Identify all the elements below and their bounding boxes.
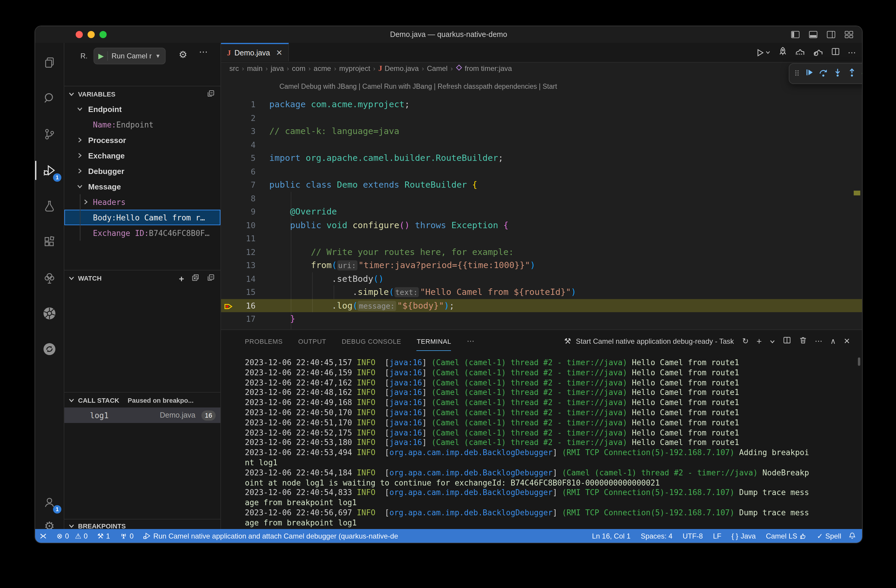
customize-layout-icon[interactable]	[844, 30, 854, 39]
continue-icon[interactable]	[805, 68, 814, 79]
line-number[interactable]: 9	[221, 205, 256, 218]
project-tree-icon[interactable]	[35, 265, 64, 292]
breadcrumb-item[interactable]: Camel	[427, 64, 447, 73]
spell-checker-status[interactable]: ✓Spell	[817, 532, 841, 540]
tree-chevron-icon[interactable]	[77, 137, 83, 143]
stack-frame-row[interactable]: log1 Demo.java 16	[64, 407, 221, 423]
breadcrumb-item[interactable]: JDemo.java	[378, 64, 419, 73]
code-line[interactable]: 4	[221, 138, 862, 151]
tree-chevron-icon[interactable]	[77, 168, 83, 174]
variables-row[interactable]: Exchange	[64, 148, 221, 163]
code-line[interactable]: 13 from(uri:"timer:java?period={{time:10…	[221, 259, 862, 272]
panel-more-icon[interactable]: ⋯	[815, 337, 823, 346]
toggle-secondary-sidebar-icon[interactable]	[826, 30, 836, 39]
breadcrumb-item[interactable]: java	[271, 64, 284, 73]
breadcrumb-item[interactable]: main	[247, 64, 262, 73]
code-line[interactable]: 15 .simple(text:"Hello Camel from ${rout…	[221, 285, 862, 299]
tree-chevron-icon[interactable]	[77, 106, 83, 112]
code-line[interactable]: 5import org.apache.camel.builder.RouteBu…	[221, 151, 862, 165]
code-line[interactable]: 8	[221, 192, 862, 205]
line-number[interactable]: 4	[221, 138, 256, 151]
step-into-icon[interactable]	[832, 68, 842, 79]
encoding[interactable]: UTF-8	[683, 532, 703, 540]
run-and-debug-icon[interactable]: 1	[35, 157, 64, 184]
code-editor[interactable]: Camel Debug with JBang | Camel Run with …	[221, 75, 862, 329]
variables-row[interactable]: Message	[64, 179, 221, 194]
ports-status[interactable]: 0	[119, 532, 133, 540]
line-number[interactable]: 2	[221, 111, 256, 125]
variables-row[interactable]: Endpoint	[64, 101, 221, 117]
run-java-button[interactable]	[756, 48, 770, 57]
restart-icon[interactable]: ↺	[861, 68, 862, 79]
line-number[interactable]: 8	[221, 192, 256, 205]
variables-row[interactable]: Exchange ID: B74C46FC8B0F…	[64, 225, 221, 241]
code-line[interactable]: 12 // Write your routes here, for exampl…	[221, 245, 862, 259]
tab-problems[interactable]: PROBLEMS	[245, 331, 283, 351]
source-control-icon[interactable]	[35, 120, 64, 148]
split-editor-icon[interactable]	[831, 47, 840, 58]
terminal-output[interactable]: 2023-12-06 22:40:45,157 INFO [java:16] (…	[245, 358, 850, 528]
line-number[interactable]: 7	[221, 178, 256, 192]
codelens-links[interactable]: Camel Debug with JBang | Camel Run with …	[279, 83, 557, 90]
search-icon[interactable]	[35, 85, 64, 112]
variables-row[interactable]: Debugger	[64, 163, 221, 179]
code-line[interactable]: 17 }	[221, 312, 862, 326]
remove-all-expressions-icon[interactable]	[191, 273, 200, 283]
cursor-position[interactable]: Ln 16, Col 1	[592, 532, 630, 540]
notifications-bell-icon[interactable]	[848, 532, 856, 540]
remote-indicator[interactable]	[39, 532, 47, 540]
line-number[interactable]: 6	[221, 165, 256, 178]
tasks-status[interactable]: ⚒1	[97, 532, 110, 540]
close-tab-icon[interactable]: ✕	[276, 48, 283, 57]
collapse-all-icon[interactable]	[207, 89, 215, 99]
code-line[interactable]: 6	[221, 165, 862, 178]
step-over-icon[interactable]	[818, 68, 828, 79]
close-panel-icon[interactable]: ✕	[844, 337, 850, 346]
eol-sequence[interactable]: LF	[713, 532, 721, 540]
kubernetes-icon[interactable]	[35, 300, 64, 327]
toggle-primary-sidebar-icon[interactable]	[791, 30, 800, 39]
variables-row[interactable]: Name:Endpoint	[64, 117, 221, 132]
line-number[interactable]: 10	[221, 218, 256, 232]
tab-output[interactable]: OUTPUT	[298, 331, 326, 351]
line-number[interactable]: 3	[221, 125, 256, 138]
add-expression-icon[interactable]: +	[179, 273, 184, 283]
breadcrumb-item[interactable]: from timer:java	[456, 64, 512, 73]
toolbar-drag-handle[interactable]: ⠿	[794, 69, 800, 78]
quarkus-rocket-icon[interactable]	[778, 46, 788, 58]
start-debug-button[interactable]: ▶ Run Camel r ▼	[93, 48, 165, 64]
camel-run-icon[interactable]	[795, 46, 805, 59]
variables-row[interactable]: Body: Hello Camel from r…	[64, 210, 221, 225]
line-number[interactable]: 12	[221, 245, 256, 259]
code-line[interactable]: 1package com.acme.myproject;	[221, 98, 862, 111]
terminal-task-label[interactable]: Start Camel native application debug-rea…	[576, 337, 734, 345]
testing-icon[interactable]	[35, 192, 64, 220]
call-stack-pane-header[interactable]: CALL STACK Paused on breakpo...	[64, 392, 221, 408]
line-number[interactable]: 1	[221, 98, 256, 111]
breadcrumb-item[interactable]: com	[292, 64, 305, 73]
code-line[interactable]: 7public class Demo extends RouteBuilder …	[221, 178, 862, 192]
problems-status[interactable]: ⊗0 ⚠0	[56, 532, 88, 540]
line-number[interactable]: 11	[221, 232, 256, 245]
debug-session-status[interactable]: Run Camel native application and attach …	[143, 532, 398, 540]
line-number[interactable]: 14	[221, 272, 256, 285]
code-line[interactable]: 16 .log(message:"${body}");	[221, 299, 862, 312]
variables-row[interactable]: Processor	[64, 132, 221, 148]
toggle-panel-icon[interactable]	[808, 30, 818, 39]
language-mode[interactable]: { }Java	[731, 532, 756, 540]
indentation[interactable]: Spaces: 4	[641, 532, 673, 540]
variables-pane-header[interactable]: VARIABLES	[64, 86, 221, 102]
extensions-icon[interactable]	[35, 228, 64, 256]
openshift-sync-icon[interactable]	[35, 335, 64, 363]
line-number[interactable]: 15	[221, 285, 256, 299]
line-number[interactable]: 17	[221, 312, 256, 326]
accounts-icon[interactable]: 1	[35, 489, 64, 516]
code-line[interactable]: 9 @Override	[221, 205, 862, 218]
breadcrumb-item[interactable]: acme	[314, 64, 331, 73]
panel-tabs-more-icon[interactable]: ⋯	[467, 337, 474, 346]
explorer-icon[interactable]	[35, 49, 64, 76]
code-line[interactable]: 14 .setBody()	[221, 272, 862, 285]
code-line[interactable]: 11	[221, 232, 862, 245]
tree-chevron-icon[interactable]	[77, 183, 83, 189]
views-more-icon[interactable]: ⋯	[199, 46, 209, 57]
